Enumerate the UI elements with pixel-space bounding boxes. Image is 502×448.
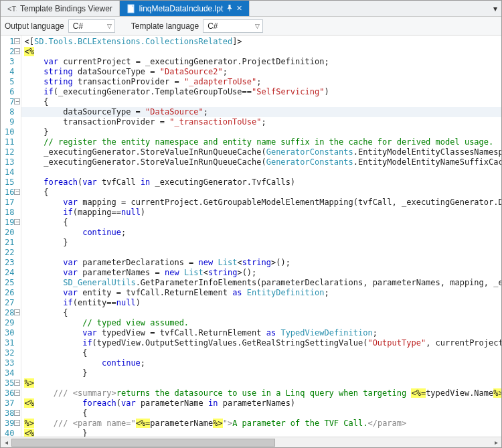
output-language-label: Output language xyxy=(5,21,64,31)
code-line[interactable]: transactionProvider = "_transactionToUse… xyxy=(21,117,501,127)
tab-template-bindings-viewer[interactable]: <T> Template Bindings Viewer xyxy=(1,1,120,16)
line-number: 30 xyxy=(1,328,21,338)
code-line[interactable]: _executingGenerator.StoreValueInRunQueue… xyxy=(21,147,501,157)
code-area[interactable]: <[SD.Tools.BCLExtensions.CollectionsRela… xyxy=(21,35,501,437)
pin-icon[interactable] xyxy=(226,5,233,13)
code-line[interactable]: { xyxy=(21,188,501,198)
code-line[interactable]: <% foreach(var parameterName in paramete… xyxy=(21,398,501,408)
code-line[interactable]: _executingGenerator.StoreValueInRunQueue… xyxy=(21,157,501,167)
line-number: 37 xyxy=(1,398,21,408)
line-number: 3 xyxy=(1,57,21,67)
line-number: 2− xyxy=(1,47,21,57)
code-line[interactable]: if(_executingGenerator.TemplateGroupToUs… xyxy=(21,87,501,97)
fold-toggle[interactable]: − xyxy=(14,390,20,396)
line-number: 31 xyxy=(1,338,21,348)
output-language-combo[interactable]: C# ▽ xyxy=(68,19,115,33)
code-line[interactable]: continue; xyxy=(21,358,501,368)
tab-label: Template Bindings Viewer xyxy=(20,4,112,13)
line-number: 8 xyxy=(1,107,21,117)
fold-toggle[interactable]: − xyxy=(14,98,20,104)
code-line[interactable]: if(mapping==null) xyxy=(21,208,501,218)
document-tabbar: <T> Template Bindings Viewer linqMetaDat… xyxy=(1,1,501,17)
scroll-left-button[interactable]: ◂ xyxy=(1,437,11,448)
code-line[interactable] xyxy=(21,167,501,177)
code-line[interactable]: %> /// <param name="<%=parameterName%>">… xyxy=(21,419,501,429)
code-editor[interactable]: 1−2−34567−8910111213141516−171819−202122… xyxy=(1,35,501,437)
line-number: 24 xyxy=(1,268,21,278)
code-line[interactable]: { xyxy=(21,218,501,228)
code-line[interactable]: string transactionProvider = "_adapterTo… xyxy=(21,77,501,87)
fold-toggle[interactable]: − xyxy=(14,38,20,44)
code-line[interactable]: continue; xyxy=(21,228,501,238)
line-number: 23 xyxy=(1,258,21,268)
template-language-combo[interactable]: C# ▽ xyxy=(203,19,263,33)
fold-toggle[interactable]: − xyxy=(14,420,20,426)
code-line[interactable] xyxy=(21,248,501,258)
scroll-thumb[interactable] xyxy=(11,439,275,447)
code-line[interactable]: var entity = tvfCall.ReturnElement as En… xyxy=(21,288,501,298)
code-line[interactable]: { xyxy=(21,348,501,358)
code-line[interactable]: { xyxy=(21,408,501,419)
code-line[interactable]: SD_GeneralUtils.GetParameterInfoElements… xyxy=(21,278,501,288)
line-number: 16− xyxy=(1,188,21,198)
code-line[interactable]: <% } xyxy=(21,429,501,437)
tab-linq-metadata-include[interactable]: linqMetaDataInclude.lpt ✕ xyxy=(120,1,250,16)
fold-toggle[interactable]: − xyxy=(14,309,20,315)
line-number: 17 xyxy=(1,198,21,208)
line-number: 27 xyxy=(1,298,21,308)
code-line[interactable]: { xyxy=(21,308,501,318)
line-number: 28− xyxy=(1,308,21,318)
fold-toggle[interactable]: − xyxy=(14,410,20,416)
horizontal-scrollbar[interactable]: ◂ ▸ xyxy=(1,437,501,447)
line-number: 1− xyxy=(1,37,21,47)
line-number: 9 xyxy=(1,117,21,127)
code-line[interactable]: } xyxy=(21,238,501,248)
line-number: 39− xyxy=(1,419,21,429)
line-number: 34 xyxy=(1,368,21,378)
tab-label: linqMetaDataInclude.lpt xyxy=(139,4,223,13)
fold-toggle[interactable]: − xyxy=(14,189,20,195)
line-number: 13 xyxy=(1,157,21,167)
code-line[interactable]: var parameterNames = new List<string>(); xyxy=(21,268,501,278)
code-line[interactable]: } xyxy=(21,368,501,378)
line-number: 36− xyxy=(1,388,21,398)
code-line[interactable]: } xyxy=(21,127,501,137)
code-line[interactable]: // register the entity namespace and ent… xyxy=(21,137,501,147)
close-icon[interactable]: ✕ xyxy=(236,4,242,13)
code-line[interactable]: foreach(var tvfCall in _executingGenerat… xyxy=(21,177,501,188)
code-line[interactable]: %> xyxy=(21,378,501,388)
fold-toggle[interactable]: − xyxy=(14,48,20,54)
code-line[interactable]: if(typedView.OutputSettingValues.GetReal… xyxy=(21,338,501,348)
code-line[interactable]: <% xyxy=(21,47,501,57)
code-line[interactable]: { xyxy=(21,97,501,107)
chevron-down-icon: ▽ xyxy=(255,23,260,29)
code-line[interactable]: <[SD.Tools.BCLExtensions.CollectionsRela… xyxy=(21,37,501,47)
code-line[interactable]: if(entity==null) xyxy=(21,298,501,308)
line-number: 29 xyxy=(1,318,21,328)
code-line[interactable]: var typedView = tvfCall.ReturnElement as… xyxy=(21,328,501,338)
scroll-track[interactable] xyxy=(11,437,491,448)
tabbar-overflow[interactable]: ▾ xyxy=(489,1,501,16)
code-line[interactable]: var parameterDeclarations = new List<str… xyxy=(21,258,501,268)
line-number: 32 xyxy=(1,348,21,358)
line-number-gutter: 1−2−34567−8910111213141516−171819−202122… xyxy=(1,35,21,437)
line-number: 26 xyxy=(1,288,21,298)
code-line[interactable]: var mapping = currentProject.GetGroupabl… xyxy=(21,198,501,208)
line-number: 38− xyxy=(1,408,21,419)
fold-toggle[interactable]: − xyxy=(14,380,20,386)
line-number: 10 xyxy=(1,127,21,137)
svg-text:<T>: <T> xyxy=(7,5,17,13)
language-toolbar: Output language C# ▽ Template language C… xyxy=(1,17,501,35)
code-line[interactable]: dataSourceType = "DataSource"; xyxy=(21,107,501,117)
combo-value: C# xyxy=(73,21,103,31)
line-number: 22 xyxy=(1,248,21,258)
code-line[interactable]: string dataSourceType = "DataSource2"; xyxy=(21,67,501,77)
line-number: 7− xyxy=(1,97,21,107)
line-number: 20 xyxy=(1,228,21,238)
code-line[interactable]: // typed view assumed. xyxy=(21,318,501,328)
scroll-right-button[interactable]: ▸ xyxy=(491,437,501,448)
fold-toggle[interactable]: − xyxy=(14,219,20,225)
code-line[interactable]: var currentProject = _executingGenerator… xyxy=(21,57,501,67)
line-number: 4 xyxy=(1,67,21,77)
code-line[interactable]: /// <summary>returns the datasource to u… xyxy=(21,388,501,398)
